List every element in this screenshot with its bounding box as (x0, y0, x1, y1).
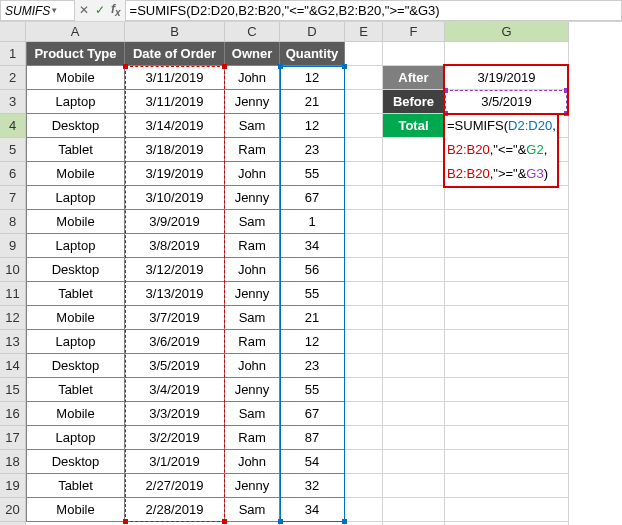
cell-date[interactable]: 2/28/2019 (125, 498, 225, 522)
col-header-a[interactable]: A (26, 22, 125, 42)
cell-owner[interactable]: Ram (225, 234, 280, 258)
cell-product[interactable]: Tablet (26, 474, 125, 498)
cell-owner[interactable]: Sam (225, 114, 280, 138)
fx-icon[interactable]: fx (111, 2, 121, 18)
cell-qty[interactable]: 56 (280, 258, 345, 282)
cell-empty[interactable] (445, 186, 569, 210)
cell-qty[interactable]: 34 (280, 498, 345, 522)
cell-empty[interactable] (445, 258, 569, 282)
row-header[interactable]: 15 (0, 378, 26, 402)
cell-qty[interactable]: 23 (280, 138, 345, 162)
cell-empty[interactable] (383, 306, 445, 330)
cell-empty[interactable] (383, 426, 445, 450)
cell-empty[interactable] (445, 282, 569, 306)
cell-qty[interactable]: 12 (280, 66, 345, 90)
cell-empty[interactable] (345, 114, 383, 138)
cell-product[interactable]: Mobile (26, 402, 125, 426)
cell-qty[interactable]: 23 (280, 354, 345, 378)
cell-date[interactable]: 3/1/2019 (125, 450, 225, 474)
cell-empty[interactable] (445, 330, 569, 354)
cell-empty[interactable] (345, 426, 383, 450)
cell-product[interactable]: Desktop (26, 354, 125, 378)
cell-product[interactable]: Laptop (26, 330, 125, 354)
cell-product[interactable]: Mobile (26, 210, 125, 234)
cell-qty[interactable]: 12 (280, 330, 345, 354)
cell-empty[interactable] (445, 450, 569, 474)
row-header[interactable]: 10 (0, 258, 26, 282)
cell-empty[interactable] (445, 234, 569, 258)
row-header[interactable]: 12 (0, 306, 26, 330)
cell-qty[interactable]: 1 (280, 210, 345, 234)
cell-empty[interactable] (383, 162, 445, 186)
cell-owner[interactable]: Jenny (225, 186, 280, 210)
cell-qty[interactable]: 55 (280, 162, 345, 186)
cell-owner[interactable]: Sam (225, 402, 280, 426)
cell-empty[interactable] (345, 498, 383, 522)
cell-product[interactable]: Mobile (26, 66, 125, 90)
cell-qty[interactable]: 87 (280, 426, 345, 450)
cell-owner[interactable]: Ram (225, 138, 280, 162)
row-header[interactable]: 16 (0, 402, 26, 426)
cell-date[interactable]: 3/3/2019 (125, 402, 225, 426)
row-header[interactable]: 6 (0, 162, 26, 186)
row-header[interactable]: 8 (0, 210, 26, 234)
cell-empty[interactable] (345, 90, 383, 114)
cell-owner[interactable]: John (225, 450, 280, 474)
cell-product[interactable]: Tablet (26, 138, 125, 162)
cell-date[interactable]: 3/12/2019 (125, 258, 225, 282)
cell-owner[interactable]: Jenny (225, 282, 280, 306)
row-header[interactable]: 3 (0, 90, 26, 114)
formula-input[interactable]: =SUMIFS(D2:D20,B2:B20,"<="&G2,B2:B20,">=… (125, 0, 622, 21)
cell-date[interactable]: 3/5/2019 (125, 354, 225, 378)
cell-empty[interactable] (383, 474, 445, 498)
cell-empty[interactable] (383, 234, 445, 258)
cell-empty[interactable] (345, 330, 383, 354)
cell-owner[interactable]: John (225, 66, 280, 90)
cell-empty[interactable] (345, 258, 383, 282)
cell-date[interactable]: 3/6/2019 (125, 330, 225, 354)
cell-qty[interactable]: 67 (280, 402, 345, 426)
cell-empty[interactable] (345, 138, 383, 162)
cell-date[interactable]: 3/9/2019 (125, 210, 225, 234)
col-header-d[interactable]: D (280, 22, 345, 42)
cell-product[interactable]: Tablet (26, 282, 125, 306)
col-header-b[interactable]: B (125, 22, 225, 42)
cell-product[interactable]: Mobile (26, 306, 125, 330)
cell-empty[interactable] (383, 378, 445, 402)
cell-empty[interactable] (445, 498, 569, 522)
row-header[interactable]: 5 (0, 138, 26, 162)
cell-empty[interactable] (383, 498, 445, 522)
cell-empty[interactable] (345, 450, 383, 474)
cell-empty[interactable] (383, 186, 445, 210)
cell-product[interactable]: Laptop (26, 426, 125, 450)
cell-date[interactable]: 3/19/2019 (125, 162, 225, 186)
cell-empty[interactable] (383, 402, 445, 426)
cell-owner[interactable]: John (225, 162, 280, 186)
cell-empty[interactable] (345, 42, 383, 66)
cell-empty[interactable] (445, 210, 569, 234)
cell-empty[interactable] (383, 330, 445, 354)
cell-formula[interactable]: =SUMIFS(D2:D20,B2:B20,"<="&G2,B2:B20,">=… (445, 114, 569, 138)
row-header[interactable]: 4 (0, 114, 26, 138)
cell-product[interactable]: Mobile (26, 498, 125, 522)
cell-date[interactable]: 3/7/2019 (125, 306, 225, 330)
cell-owner[interactable]: John (225, 258, 280, 282)
cell-owner[interactable]: Jenny (225, 90, 280, 114)
cell-date[interactable]: 3/13/2019 (125, 282, 225, 306)
select-all-corner[interactable] (0, 22, 26, 42)
cell-owner[interactable]: Sam (225, 306, 280, 330)
cell-empty[interactable] (383, 42, 445, 66)
row-header[interactable]: 9 (0, 234, 26, 258)
cell-empty[interactable] (445, 402, 569, 426)
row-header[interactable]: 20 (0, 498, 26, 522)
cell-date[interactable]: 2/27/2019 (125, 474, 225, 498)
cell-empty[interactable] (383, 450, 445, 474)
cell-product[interactable]: Laptop (26, 186, 125, 210)
formula-editing-overlay[interactable]: =SUMIFS(D2:D20,B2:B20,"<="&G2,B2:B20,">=… (445, 114, 557, 186)
cell-empty[interactable] (383, 354, 445, 378)
name-box[interactable]: SUMIFS ▼ (0, 0, 75, 21)
cell-empty[interactable] (445, 474, 569, 498)
value-before[interactable]: 3/5/2019 (445, 90, 569, 114)
cell-date[interactable]: 3/2/2019 (125, 426, 225, 450)
cell-empty[interactable] (383, 258, 445, 282)
